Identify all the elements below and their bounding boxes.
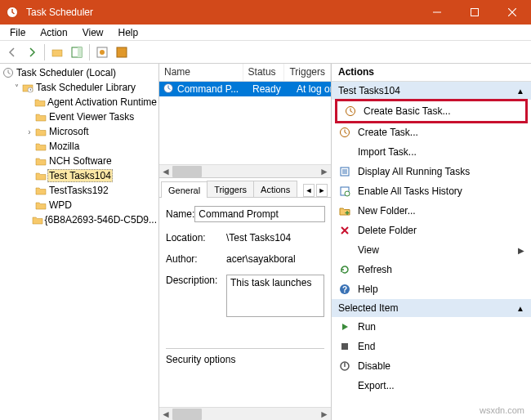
horizontal-scrollbar[interactable]: ◄ ► <box>159 407 331 420</box>
author-label: Author: <box>166 253 226 265</box>
action-create-basic-task[interactable]: Create Basic Task... <box>337 101 525 121</box>
list-header: Name Status Triggers <box>159 64 331 82</box>
window-title: Task Scheduler <box>25 7 418 18</box>
folder-icon <box>34 170 47 181</box>
disable-icon <box>338 360 351 373</box>
svg-text:?: ? <box>342 285 347 294</box>
help-icon: ? <box>338 283 351 296</box>
collapse-icon[interactable]: ▲ <box>516 87 524 96</box>
toolbar-separator <box>44 44 45 60</box>
tab-actions[interactable]: Actions <box>253 181 297 197</box>
horizontal-scrollbar[interactable]: ◄ ► <box>159 164 331 177</box>
svg-rect-4 <box>78 47 82 57</box>
col-status[interactable]: Status <box>243 64 285 81</box>
action-disable[interactable]: Disable <box>332 356 531 376</box>
menu-help[interactable]: Help <box>112 25 145 40</box>
tree-folder-item[interactable]: WPD <box>0 198 158 212</box>
location-label: Location: <box>166 232 226 244</box>
tree-folder-item[interactable]: Agent Activation Runtime <box>0 95 158 109</box>
action-delete-folder[interactable]: Delete Folder <box>332 221 531 240</box>
run-icon <box>338 320 351 333</box>
tree-folder-item[interactable]: NCH Software <box>0 154 158 168</box>
description-label: Description: <box>166 275 226 286</box>
action-help[interactable]: ?Help <box>332 279 531 299</box>
svg-rect-2 <box>52 50 62 56</box>
tree-folder-item[interactable]: ›Microsoft <box>0 124 158 139</box>
tab-scroll-right[interactable]: ► <box>316 184 328 197</box>
folder-button[interactable] <box>48 43 66 61</box>
show-panel-button[interactable] <box>113 43 131 61</box>
tree-folder-item[interactable]: Event Viewer Tasks <box>0 109 158 124</box>
description-field[interactable]: This task launches <box>226 275 324 317</box>
tree-library[interactable]: ˅ Task Scheduler Library <box>0 80 158 95</box>
action-create-task[interactable]: Create Task... <box>332 123 531 142</box>
action-display-all-running-tasks[interactable]: Display All Running Tasks <box>332 162 531 181</box>
action-new-folder[interactable]: New Folder... <box>332 201 531 221</box>
scroll-right-icon[interactable]: ► <box>318 408 331 421</box>
name-field[interactable] <box>194 206 325 222</box>
folder-icon <box>34 141 47 152</box>
actions-group-selected[interactable]: Selected Item ▲ <box>332 299 531 317</box>
tab-general[interactable]: General <box>161 181 207 198</box>
menu-bar: File Action View Help <box>0 25 531 41</box>
details-pane: General Triggers Actions ◄ ► Name: Locat… <box>159 178 331 420</box>
maximize-button[interactable] <box>456 0 493 25</box>
action-import-task[interactable]: Import Task... <box>332 142 531 162</box>
menu-view[interactable]: View <box>76 25 110 40</box>
tab-strip: General Triggers Actions ◄ ► <box>159 178 331 198</box>
expand-icon[interactable]: › <box>25 127 34 136</box>
col-triggers[interactable]: Triggers <box>284 64 331 81</box>
tree-folder-item[interactable]: {6B8A2693-546D-C5D9... <box>0 212 158 227</box>
close-button[interactable] <box>493 0 531 25</box>
clock-icon <box>344 105 357 118</box>
blank-icon <box>338 244 351 257</box>
name-label: Name: <box>166 208 194 220</box>
scroll-thumb[interactable] <box>172 409 202 420</box>
scroll-right-icon[interactable]: ► <box>318 165 331 178</box>
toolbar-separator <box>89 44 90 60</box>
security-section: Security options <box>166 348 324 365</box>
menu-action[interactable]: Action <box>33 25 74 40</box>
tree-folder-item[interactable]: Test Tasks104 <box>0 168 158 183</box>
list-icon <box>338 165 351 178</box>
end-icon <box>338 340 351 353</box>
actions-group-context[interactable]: Test Tasks104 ▲ <box>332 82 531 100</box>
action-refresh[interactable]: Refresh <box>332 260 531 279</box>
actions-header: Actions <box>332 64 531 82</box>
back-button[interactable] <box>3 43 21 61</box>
highlight-create-basic-task: Create Basic Task... <box>335 99 528 123</box>
minimize-button[interactable] <box>418 0 456 25</box>
tree-folder-item[interactable]: Mozilla <box>0 139 158 154</box>
scroll-thumb[interactable] <box>172 166 202 177</box>
scroll-left-icon[interactable]: ◄ <box>159 408 172 421</box>
menu-file[interactable]: File <box>3 25 32 40</box>
collapse-icon[interactable]: ˅ <box>11 83 21 92</box>
forward-button[interactable] <box>23 43 41 61</box>
scroll-left-icon[interactable]: ◄ <box>159 165 172 178</box>
delete-icon <box>338 224 351 237</box>
col-name[interactable]: Name <box>159 64 243 81</box>
collapse-icon[interactable]: ▲ <box>516 304 524 313</box>
folder-icon <box>34 111 47 123</box>
tab-triggers[interactable]: Triggers <box>207 181 254 197</box>
blank-icon <box>338 145 351 159</box>
clock-icon <box>163 83 174 96</box>
tree-folder-item[interactable]: TestTasks192 <box>0 183 158 198</box>
action-end[interactable]: End <box>332 337 531 356</box>
toolbar <box>0 41 531 64</box>
tab-scroll-left[interactable]: ◄ <box>303 184 315 197</box>
action-enable-all-tasks-history[interactable]: Enable All Tasks History <box>332 181 531 201</box>
action-run[interactable]: Run <box>332 317 531 337</box>
watermark: wsxdn.com <box>480 405 524 415</box>
action-view[interactable]: View▶ <box>332 240 531 260</box>
chevron-right-icon: ▶ <box>518 246 524 255</box>
folder-icon <box>338 204 351 217</box>
tree-root[interactable]: Task Scheduler (Local) <box>0 65 158 80</box>
location-value: \Test Tasks104 <box>226 232 291 244</box>
folder-icon <box>33 96 46 108</box>
new-task-button[interactable] <box>93 43 111 61</box>
action-pane-button[interactable] <box>68 43 86 61</box>
svg-point-6 <box>100 50 105 55</box>
task-row[interactable]: Command P... Ready At log on <box>159 82 331 96</box>
action-export[interactable]: Export... <box>332 376 531 395</box>
